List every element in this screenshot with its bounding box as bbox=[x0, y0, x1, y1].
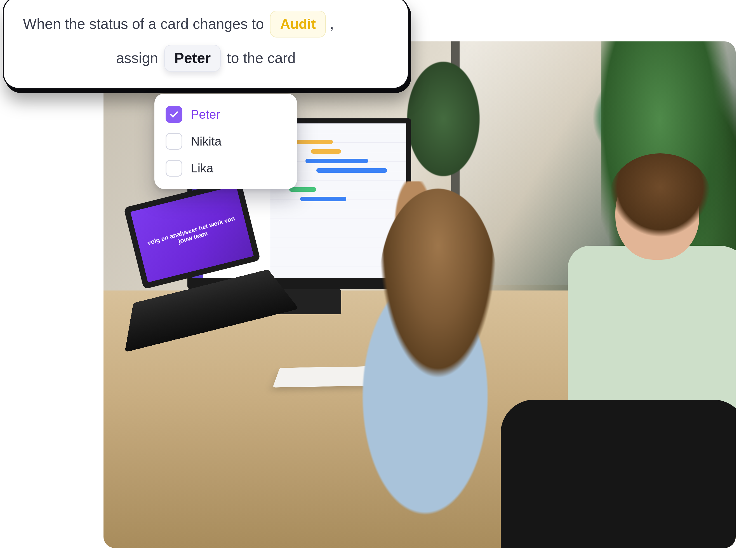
assignee-option[interactable]: Peter bbox=[163, 101, 289, 128]
assignee-option[interactable]: Nikita bbox=[163, 128, 289, 155]
rule-line-action: assign Peter to the card bbox=[23, 45, 389, 72]
assignee-dropdown[interactable]: Peter Nikita Lika bbox=[154, 94, 297, 189]
gantt-bar bbox=[294, 140, 333, 144]
checkbox-icon[interactable] bbox=[166, 106, 182, 123]
plant-decor bbox=[407, 62, 480, 176]
checkbox-icon[interactable] bbox=[166, 160, 182, 176]
assignee-option-label: Lika bbox=[191, 161, 213, 175]
status-chip[interactable]: Audit bbox=[270, 11, 326, 37]
rule-action-suffix: to the card bbox=[227, 46, 296, 70]
laptop-screen: volg en analyseer het werk van jouw team bbox=[124, 178, 261, 289]
gantt-bar bbox=[316, 168, 387, 173]
rule-action-prefix: assign bbox=[116, 46, 158, 70]
assignee-option[interactable]: Lika bbox=[163, 155, 289, 181]
office-chair bbox=[501, 400, 736, 548]
rule-line-trigger: When the status of a card changes to Aud… bbox=[23, 11, 389, 37]
gantt-bar bbox=[311, 149, 341, 153]
checkbox-icon[interactable] bbox=[166, 133, 182, 150]
rule-comma: , bbox=[330, 12, 334, 36]
person-hair bbox=[610, 153, 711, 237]
rule-trigger-text: When the status of a card changes to bbox=[23, 12, 264, 36]
assignee-option-label: Peter bbox=[191, 108, 220, 121]
assignee-chip[interactable]: Peter bbox=[164, 45, 221, 72]
gantt-bar bbox=[306, 159, 368, 163]
assignee-option-label: Nikita bbox=[191, 134, 222, 148]
laptop-headline-text: volg en analyseer het werk van jouw team bbox=[137, 209, 247, 258]
laptop-hero: volg en analyseer het werk van jouw team bbox=[130, 186, 254, 283]
automation-rule-card: When the status of a card changes to Aud… bbox=[3, 0, 409, 89]
